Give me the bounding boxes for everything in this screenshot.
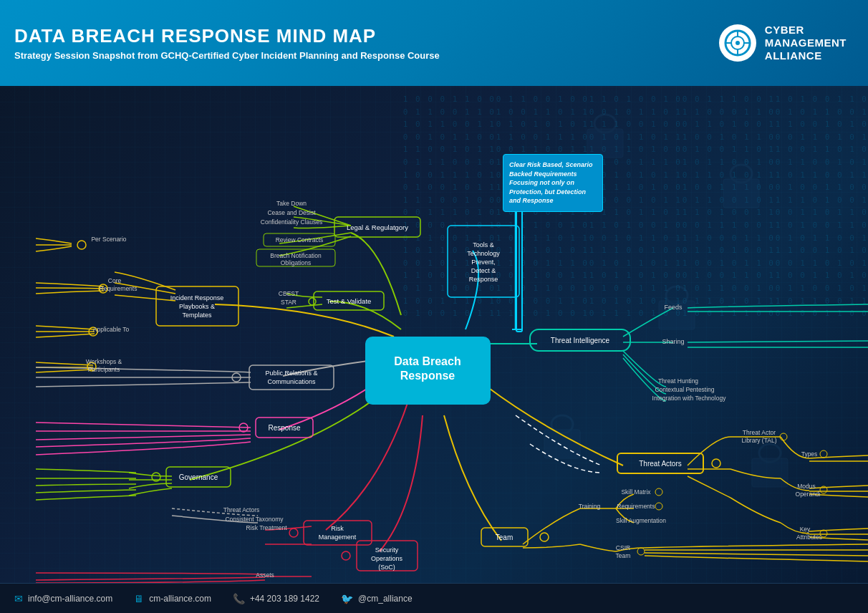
svg-text:Requirements: Requirements	[617, 503, 655, 510]
svg-text:Review Contracts: Review Contracts	[276, 236, 324, 243]
svg-text:(SoC): (SoC)	[378, 564, 395, 571]
svg-text:Key: Key	[800, 526, 811, 533]
svg-text:Playbooks &: Playbooks &	[179, 303, 215, 310]
svg-text:Skill Augmentation: Skill Augmentation	[616, 517, 666, 524]
svg-text:Threat Actors: Threat Actors	[639, 460, 681, 468]
callout-box: Clear Risk Based, Scenario Backed Requir…	[503, 154, 603, 212]
svg-text:CSIR: CSIR	[616, 544, 630, 551]
svg-text:Threat Hunting: Threat Hunting	[658, 377, 698, 385]
footer-twitter: 🐦 @cm_alliance	[341, 593, 413, 604]
svg-point-57	[152, 473, 160, 481]
svg-text:Core: Core	[108, 277, 122, 284]
svg-point-87	[712, 459, 720, 468]
svg-text:Threat Actor: Threat Actor	[743, 429, 776, 436]
svg-text:Cease and Desist: Cease and Desist	[267, 209, 316, 216]
svg-text:Operandi: Operandi	[796, 491, 821, 498]
svg-text:Legal & Regulatgory: Legal & Regulatgory	[347, 223, 408, 231]
svg-text:Participants: Participants	[88, 366, 120, 373]
svg-point-74	[655, 488, 662, 496]
header: DATA BREACH RESPONSE MIND MAP Strategy S…	[0, 0, 868, 86]
footer-website: 🖥 cm-alliance.com	[134, 593, 211, 604]
svg-point-66	[342, 551, 350, 560]
svg-text:Risk Treatment: Risk Treatment	[246, 524, 287, 531]
svg-point-80	[637, 548, 645, 555]
svg-text:Training: Training	[579, 503, 601, 510]
svg-text:Risk: Risk	[331, 525, 344, 532]
svg-text:Contextual Pentesting: Contextual Pentesting	[655, 386, 714, 393]
svg-point-38	[309, 298, 316, 305]
svg-text:Modus: Modus	[797, 483, 816, 490]
svg-text:Types: Types	[801, 450, 818, 458]
footer-phone: 📞 +44 203 189 1422	[233, 593, 319, 604]
svg-text:Response: Response	[400, 370, 455, 382]
svg-text:Technology: Technology	[467, 250, 500, 257]
svg-text:Team: Team	[496, 534, 513, 541]
svg-text:Applicable To: Applicable To	[93, 326, 130, 333]
svg-text:Requirements: Requirements	[100, 285, 138, 292]
svg-point-99	[820, 530, 827, 537]
svg-point-2	[736, 41, 740, 45]
page-subtitle: Strategy Session Snapshot from GCHQ-Cert…	[14, 50, 719, 61]
svg-text:Public Relations &: Public Relations &	[265, 370, 317, 377]
svg-text:Integration with Technology: Integration with Technology	[652, 395, 727, 402]
svg-text:Governance: Governance	[179, 473, 218, 481]
svg-text:Assets: Assets	[256, 571, 274, 579]
svg-text:Communications: Communications	[267, 378, 316, 385]
svg-text:Threat Intelligence: Threat Intelligence	[551, 337, 610, 344]
svg-point-42	[77, 241, 86, 249]
monitor-icon: 🖥	[134, 593, 144, 604]
logo-block: CYBER MANAGEMENT ALLIANCE	[719, 24, 847, 62]
svg-text:Management: Management	[319, 534, 357, 541]
svg-text:Team: Team	[616, 552, 631, 559]
svg-text:Skill Matrix: Skill Matrix	[621, 488, 651, 496]
svg-point-61	[289, 528, 298, 537]
svg-point-91	[780, 433, 787, 440]
svg-text:Feeds: Feeds	[664, 304, 683, 311]
svg-text:Threat Actors: Threat Actors	[223, 506, 260, 513]
svg-text:Obligations: Obligations	[281, 259, 312, 266]
svg-point-76	[655, 503, 662, 510]
svg-text:STAR: STAR	[281, 299, 296, 306]
svg-point-52	[232, 373, 241, 382]
svg-text:Operations: Operations	[371, 555, 403, 562]
footer: ✉ info@cm-alliance.com 🖥 cm-alliance.com…	[0, 583, 868, 613]
email-icon: ✉	[14, 593, 23, 604]
svg-text:Breach Notification: Breach Notification	[270, 252, 322, 259]
svg-text:Detect &: Detect &	[471, 267, 496, 274]
footer-email: ✉ info@cm-alliance.com	[14, 593, 112, 604]
logo-text: CYBER MANAGEMENT ALLIANCE	[765, 24, 847, 62]
header-text-block: DATA BREACH RESPONSE MIND MAP Strategy S…	[14, 25, 719, 61]
central-node-text: Data Breach	[394, 355, 460, 367]
svg-text:CBEST: CBEST	[279, 290, 299, 297]
svg-text:Take Down: Take Down	[276, 200, 307, 207]
mindmap-canvas: Data Breach Response Tools & Technology …	[0, 86, 868, 583]
phone-icon: 📞	[233, 593, 245, 604]
svg-text:Prevent,: Prevent,	[471, 259, 496, 266]
page-title: DATA BREACH RESPONSE MIND MAP	[14, 25, 719, 47]
svg-point-93	[820, 450, 827, 458]
svg-point-70	[540, 533, 549, 541]
svg-text:Response: Response	[268, 424, 300, 432]
svg-point-96	[820, 486, 827, 493]
svg-text:Response: Response	[469, 276, 498, 283]
svg-text:Test & Validate: Test & Validate	[327, 297, 372, 305]
svg-text:Attributes: Attributes	[796, 534, 822, 541]
svg-text:Workshops &: Workshops &	[86, 358, 122, 365]
svg-text:Incident Response: Incident Response	[170, 294, 224, 301]
svg-text:Confidentiality Clauses: Confidentiality Clauses	[261, 218, 322, 226]
logo-icon	[719, 24, 756, 62]
svg-text:Templates: Templates	[182, 312, 212, 319]
svg-text:Security: Security	[375, 546, 399, 554]
svg-text:Tools &: Tools &	[473, 241, 494, 248]
svg-text:Consistent Taxonomy: Consistent Taxonomy	[225, 516, 284, 523]
twitter-icon: 🐦	[341, 593, 353, 604]
svg-rect-100	[516, 199, 522, 332]
svg-text:Library (TAL): Library (TAL)	[742, 437, 777, 444]
svg-text:Per Scenario: Per Scenario	[91, 236, 126, 243]
svg-point-55	[239, 423, 248, 432]
svg-text:Sharing: Sharing	[662, 338, 684, 345]
